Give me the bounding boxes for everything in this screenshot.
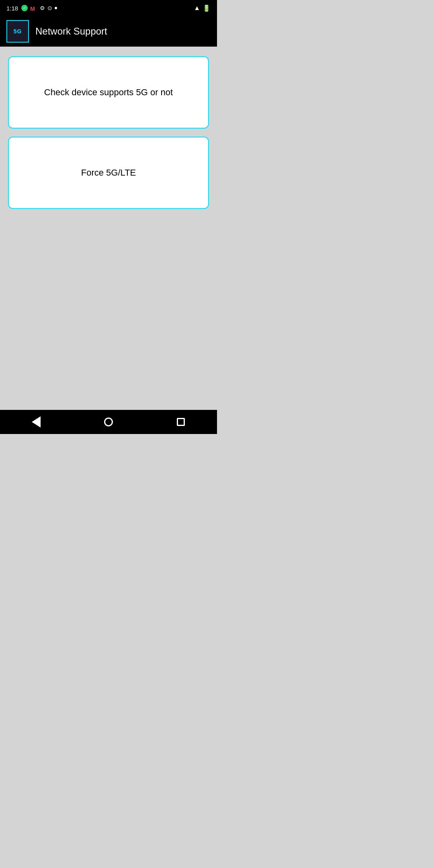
- recent-button[interactable]: [171, 412, 191, 432]
- status-bar: 1:18 ✓ ⚙ ⊙ ▲ 🔋: [0, 0, 217, 16]
- force-5g-lte-label: Force 5G/LTE: [73, 168, 144, 178]
- home-icon: [104, 418, 113, 426]
- main-content: Check device supports 5G or not Force 5G…: [0, 47, 217, 219]
- nav-bar: [0, 410, 217, 434]
- force-5g-lte-card[interactable]: Force 5G/LTE: [8, 137, 209, 209]
- status-icons: ✓ ⚙ ⊙: [21, 5, 57, 11]
- check-5g-card[interactable]: Check device supports 5G or not: [8, 56, 209, 129]
- battery-icon: 🔋: [203, 4, 211, 12]
- gmail-icon: [30, 5, 37, 11]
- app-logo: 5G: [6, 20, 29, 43]
- at-sign-icon: ⊙: [47, 5, 52, 11]
- check-5g-label: Check device supports 5G or not: [36, 87, 181, 98]
- signal-icon: ▲: [194, 4, 200, 12]
- recent-icon: [177, 418, 185, 426]
- app-title: Network Support: [35, 26, 107, 37]
- app-logo-text: 5G: [14, 28, 22, 35]
- back-icon: [32, 416, 41, 428]
- dot-indicator: [55, 7, 57, 9]
- whatsapp-icon: ✓: [21, 5, 28, 11]
- home-button[interactable]: [98, 412, 119, 432]
- status-bar-left: 1:18 ✓ ⚙ ⊙: [6, 5, 57, 12]
- settings-icon: ⚙: [40, 5, 45, 11]
- app-bar: 5G Network Support: [0, 16, 217, 47]
- status-time: 1:18: [6, 5, 18, 12]
- status-bar-right: ▲ 🔋: [194, 4, 211, 12]
- back-button[interactable]: [26, 412, 46, 432]
